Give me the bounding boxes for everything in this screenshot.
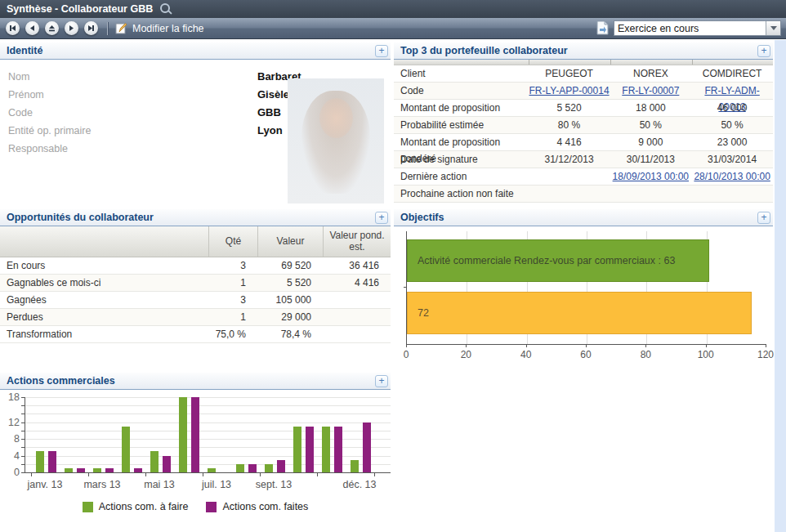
axis-tick [21, 472, 25, 473]
panel-top3-expand-button[interactable]: + [757, 45, 770, 57]
actions-bar-chart [25, 397, 391, 473]
exercise-period-select[interactable]: Exercice en cours [614, 20, 781, 36]
top3-cell [691, 186, 773, 202]
axis-tick [145, 473, 146, 476]
table-row: En cours369 52036 416 [0, 257, 391, 275]
top3-cell: 4 416 [529, 134, 610, 150]
top3-row-label: Dernière action [394, 168, 529, 185]
top3-cell-link[interactable]: FR-LY-00007 [622, 85, 679, 96]
table-row: Date de signature31/12/201330/11/201331/… [394, 151, 773, 168]
top3-cell: 18/09/2013 00:00 [610, 168, 691, 185]
legend-swatch-icon [83, 502, 93, 512]
opportunites-row-label: Gagnables ce mois-ci [0, 275, 208, 291]
panel-opportunites-expand-button[interactable]: + [375, 212, 388, 224]
panel-opportunites-title: Opportunités du collaborateur [7, 212, 154, 223]
panel-top3-title: Top 3 du portefeuille collaborateur [400, 45, 568, 56]
top3-cell-link[interactable]: FR-LY-APP-00014 [529, 85, 610, 96]
last-record-button[interactable] [84, 21, 98, 35]
table-row: Dernière action18/09/2013 00:0028/10/201… [394, 168, 773, 186]
top3-cell: 5 520 [529, 100, 610, 116]
axis-tick [31, 473, 32, 476]
month-label: sept. 13 [256, 479, 292, 490]
top3-row-label: Code [394, 83, 529, 99]
top3-cell: 80 % [529, 117, 610, 133]
opportunites-row-label: Gagnées [0, 292, 208, 308]
bar-actions-faites [105, 468, 114, 472]
opportunites-row-label: Perdues [0, 309, 208, 325]
month-label: déc. 13 [342, 479, 376, 490]
month-label: janv. 13 [28, 479, 63, 490]
opportunites-table: En cours369 52036 416Gagnables ce mois-c… [0, 257, 391, 343]
top3-cell: NOREX [610, 65, 691, 82]
top3-row-label: Date de signature [394, 151, 529, 168]
axis-tick [645, 344, 646, 347]
objectif-bar: 72 [407, 292, 752, 334]
edit-record-button[interactable]: Modifier la fiche [115, 22, 204, 34]
opportunites-row-label: Transformation [0, 326, 208, 342]
bar-actions-a-faire [65, 468, 73, 472]
axis-tick [317, 473, 318, 476]
objectif-bar-label: 72 [418, 293, 429, 333]
axis-tick [21, 456, 25, 457]
first-record-button[interactable] [6, 21, 20, 35]
axis-tick-label: 12 [0, 417, 20, 428]
top3-cell: 50 % [691, 117, 773, 133]
axis-tick [404, 287, 407, 288]
top3-cell: FR-LY-ADM-00013 [691, 83, 773, 99]
panel-actions-expand-button[interactable]: + [375, 375, 388, 387]
axis-tick [526, 344, 527, 347]
top3-cell [529, 186, 610, 202]
opportunites-cell [323, 292, 391, 308]
panel-opportunites: Opportunités du collaborateur + QtéValeu… [0, 208, 391, 346]
table-row: ClientPEUGEOTNOREXCOMDIRECT [394, 65, 773, 83]
objectifs-bar-chart: Activité commerciale Rendez-vous par com… [406, 231, 766, 345]
bar-actions-faites [134, 468, 142, 472]
axis-tick [88, 473, 89, 476]
page-title: Synthèse - Collaborateur GBB [7, 3, 153, 15]
panel-objectifs-expand-button[interactable]: + [757, 212, 770, 224]
opportunites-cell: 3 [208, 257, 257, 274]
panel-objectifs: Objectifs + Activité commerciale Rendez-… [394, 208, 773, 369]
axis-tick [21, 422, 25, 423]
next-record-button[interactable] [65, 21, 78, 35]
axis-tick [21, 464, 25, 465]
table-row: Montant de proposition pondéré4 4169 000… [394, 134, 773, 151]
axis-tick-label: 60 [580, 349, 591, 360]
field-label: Prénom [8, 86, 257, 104]
field-value: Lyon [257, 124, 283, 136]
gridline [25, 397, 391, 398]
panel-top3: Top 3 du portefeuille collaborateur + Cl… [394, 42, 773, 204]
gridline [25, 405, 391, 406]
search-icon[interactable] [160, 3, 170, 13]
top3-cell: 28/10/2013 00:00 [691, 168, 773, 185]
opportunites-column-header [0, 226, 208, 257]
previous-record-button[interactable] [25, 21, 39, 35]
table-row: Transformation75,0 %78,4 % [0, 326, 391, 343]
top3-cell-link[interactable]: 18/09/2013 00:00 [613, 171, 689, 182]
table-row: Prochaine action non faite [394, 186, 773, 203]
top3-cell: FR-LY-APP-00014 [529, 83, 610, 99]
top3-cell: PEUGEOT [529, 65, 610, 82]
opportunites-cell: 1 [208, 275, 257, 291]
top3-cell-link[interactable]: 28/10/2013 00:00 [694, 171, 770, 182]
bar-actions-faites [48, 451, 56, 472]
top3-table-header [394, 60, 773, 65]
chevron-down-icon[interactable] [766, 21, 780, 35]
eject-button[interactable] [45, 21, 59, 35]
top3-cell: 31/03/2014 [691, 151, 773, 168]
legend-item: Actions com. à faire [83, 501, 189, 512]
axis-tick-label: 4 [0, 450, 20, 462]
panel-actions: Actions commerciales + 0481218janv. 13ma… [0, 372, 391, 527]
gridline [25, 422, 391, 423]
axis-tick-label: 8 [0, 433, 20, 445]
bar-actions-faites [77, 468, 85, 472]
top3-cell: FR-LY-00007 [610, 83, 691, 99]
axis-tick [21, 431, 25, 431]
report-page-icon[interactable] [596, 21, 609, 35]
panel-actions-title: Actions commerciales [7, 375, 115, 387]
panel-identite-expand-button[interactable]: + [375, 45, 388, 57]
window-title-bar: Synthèse - Collaborateur GBB [0, 0, 786, 18]
axis-tick [21, 447, 25, 448]
opportunites-cell: 29 000 [257, 309, 323, 325]
axis-tick [406, 344, 407, 347]
